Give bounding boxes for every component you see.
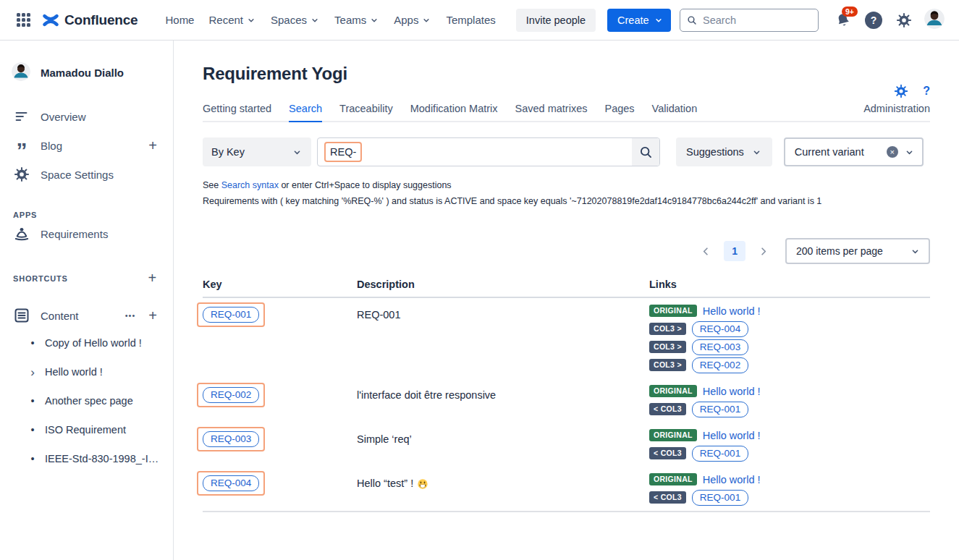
invite-people-button[interactable]: Invite people (516, 9, 596, 32)
requirement-search-input[interactable]: REQ- (317, 137, 660, 166)
page-title: Requirement Yogi (203, 64, 347, 84)
tab-search[interactable]: Search (289, 97, 322, 122)
overview-icon (13, 108, 30, 125)
nav-recent[interactable]: Recent (201, 9, 263, 30)
page-link[interactable]: Hello world ! (703, 305, 761, 317)
original-badge: ORIGINAL (649, 305, 697, 317)
sidebar-apps: Requirements (0, 219, 173, 248)
page-link[interactable]: Hello world ! (703, 474, 761, 485)
page-link[interactable]: Hello world ! (703, 430, 761, 441)
content-icon (13, 307, 30, 324)
sidebar-item-space-settings[interactable]: Space Settings (0, 160, 173, 189)
add-page-button[interactable]: + (145, 307, 160, 324)
tab-getting-started[interactable]: Getting started (203, 97, 271, 121)
create-button[interactable]: Create (607, 9, 671, 32)
quote-icon: ” (13, 137, 30, 154)
page-tree-item-hello-world[interactable]: › Hello world ! (0, 357, 173, 386)
global-search-input[interactable] (703, 14, 790, 26)
nav-home[interactable]: Home (158, 9, 201, 30)
requirement-key-link[interactable]: REQ-002 (203, 387, 259, 403)
sidebar-item-requirements[interactable]: Requirements (0, 219, 173, 248)
relation-badge: < COL3 (649, 403, 686, 415)
key-cell: REQ-002 (203, 382, 357, 418)
page-tree-item-another-spec-page[interactable]: • Another spec page (0, 386, 173, 415)
relation-badge: COL3 > (649, 323, 686, 335)
nav-teams[interactable]: Teams (327, 9, 386, 30)
tab-saved-matrixes[interactable]: Saved matrixes (515, 97, 588, 121)
description-cell: Simple ‘req’ (357, 426, 649, 462)
tab-pages[interactable]: Pages (604, 97, 634, 121)
requirement-key-link[interactable]: REQ-004 (203, 475, 259, 491)
space-avatar (12, 62, 30, 83)
requirement-link[interactable]: REQ-002 (692, 357, 748, 373)
topbar-nav: HomeRecentSpacesTeamsAppsTemplates (158, 9, 502, 30)
link-line: ORIGINALHello world ! (649, 426, 930, 444)
tab-validation[interactable]: Validation (652, 97, 698, 121)
requirement-link[interactable]: REQ-001 (692, 446, 748, 462)
ry-help-icon[interactable]: ? (923, 85, 930, 98)
requirement-link[interactable]: REQ-001 (692, 402, 748, 417)
gear-icon (895, 12, 913, 29)
requirement-link[interactable]: REQ-004 (692, 321, 748, 337)
avatar-image (924, 9, 945, 29)
tab-traceability[interactable]: Traceability (339, 97, 393, 121)
relation-badge: < COL3 (649, 491, 686, 504)
chevron-down-icon (421, 15, 431, 25)
link-line: COL3 >REQ-002 (649, 356, 930, 374)
space-name: Mamadou Diallo (41, 67, 124, 79)
add-shortcut-button[interactable]: + (145, 270, 160, 287)
search-mode-select[interactable]: By Key (203, 137, 311, 166)
app-switcher-icon[interactable] (12, 9, 35, 32)
settings-button[interactable] (892, 9, 916, 32)
add-blog-button[interactable]: + (145, 137, 160, 154)
search-icon (686, 14, 698, 26)
current-page-button[interactable]: 1 (724, 241, 745, 261)
search-syntax-link[interactable]: Search syntax (221, 180, 279, 190)
content-more-icon[interactable]: ••• (125, 311, 136, 320)
original-badge: ORIGINAL (649, 473, 697, 485)
requirement-link[interactable]: REQ-001 (692, 490, 748, 506)
bullet-icon: • (29, 453, 36, 464)
nav-apps[interactable]: Apps (386, 9, 439, 30)
tab-modification-matrix[interactable]: Modification Matrix (410, 97, 498, 121)
tab-administration[interactable]: Administration (863, 97, 930, 121)
previous-page-button[interactable] (693, 242, 719, 260)
notifications-button[interactable]: 9+ (832, 9, 855, 32)
space-header[interactable]: Mamadou Diallo (0, 62, 173, 83)
search-submit-button[interactable] (632, 138, 659, 166)
table-body: REQ-001 REQ-001 ORIGINALHello world !COL… (203, 298, 930, 512)
requirement-key-link[interactable]: REQ-003 (203, 431, 259, 447)
chevron-down-icon (246, 15, 256, 25)
page-tree-item-ieee-std-830-1998-i[interactable]: • IEEE-Std-830-1998_-I… (0, 444, 173, 473)
requirement-key-link[interactable]: REQ-001 (203, 307, 259, 323)
links-cell: ORIGINALHello world !< COL3REQ-001 (649, 470, 930, 506)
link-line: < COL3REQ-001 (649, 488, 930, 506)
content-label[interactable]: Content (41, 310, 115, 322)
sidebar-item-blog[interactable]: ” Blog + (0, 131, 173, 160)
original-badge: ORIGINAL (649, 429, 697, 441)
description-cell: REQ-001 (357, 302, 649, 374)
help-button[interactable]: ? (862, 9, 885, 32)
column-header-key: Key (203, 279, 357, 290)
column-header-description: Description (357, 279, 649, 290)
chevron-right-icon[interactable]: › (29, 366, 36, 378)
nav-spaces[interactable]: Spaces (263, 9, 327, 30)
nav-templates[interactable]: Templates (439, 9, 502, 30)
key-highlight: REQ-001 (197, 302, 265, 327)
page-link[interactable]: Hello world ! (703, 386, 761, 397)
sidebar-item-overview[interactable]: Overview (0, 102, 173, 131)
clear-variant-icon[interactable]: × (887, 146, 898, 158)
global-search[interactable] (680, 9, 819, 32)
confluence-logo[interactable]: Confluence (38, 12, 145, 29)
items-per-page-select[interactable]: 200 items per page (785, 238, 930, 264)
key-cell: REQ-004 (203, 470, 357, 506)
variant-select[interactable]: Current variant × (784, 137, 924, 166)
ry-settings-gear-icon[interactable] (892, 82, 910, 100)
profile-button[interactable] (923, 9, 946, 32)
page-tree-item-copy-of-hello-world[interactable]: • Copy of Hello world ! (0, 328, 173, 357)
page-tree-item-iso-requirement[interactable]: • ISO Requirement (0, 415, 173, 444)
suggestions-select[interactable]: Suggestions (676, 137, 772, 166)
requirement-link[interactable]: REQ-003 (692, 339, 748, 355)
next-page-button[interactable] (750, 242, 777, 260)
bullet-icon: • (29, 337, 36, 349)
